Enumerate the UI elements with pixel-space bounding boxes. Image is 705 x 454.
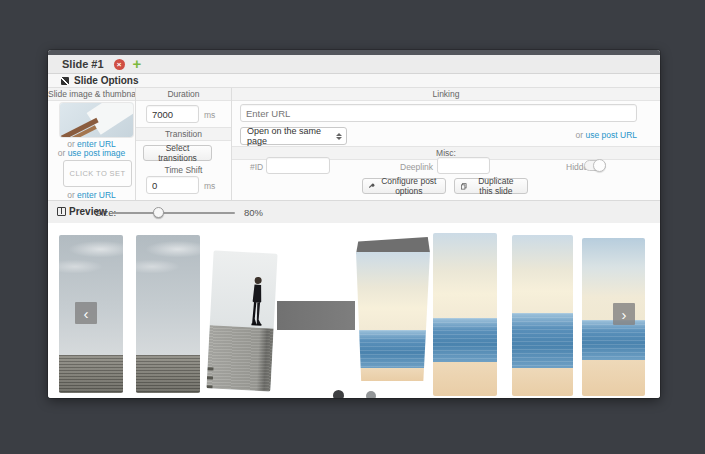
duration-input[interactable] <box>146 105 199 123</box>
slide-options-form: Slide image & thumbnail or enter URL or … <box>48 88 660 200</box>
time-shift-input[interactable] <box>146 176 199 194</box>
slides-tab-bar: Slide #1 × + <box>48 55 660 74</box>
slide-editor-panel: Slide #1 × + Slide Options Slide image &… <box>48 50 660 398</box>
id-input[interactable] <box>266 157 330 174</box>
link-target-select[interactable]: Open on the same page <box>240 127 347 145</box>
transition-header: Transition <box>136 127 231 141</box>
time-shift-label: Time Shift <box>136 165 231 175</box>
select-stepper-icon <box>331 133 342 140</box>
slice-4-sea <box>356 330 430 368</box>
slice-5-sand <box>433 362 497 396</box>
or-text: or <box>67 190 75 200</box>
time-shift-unit: ms <box>204 181 215 191</box>
slice-5-sea <box>433 318 497 362</box>
preview-toolbar: Preview Size: 80% <box>48 200 660 224</box>
slice-7-sand <box>582 360 645 396</box>
image-column-header: Slide image & thumbnail <box>48 88 135 101</box>
configure-post-options-button[interactable]: Configure post options <box>362 178 446 194</box>
slide-options-header: Slide Options <box>48 74 660 88</box>
linking-header: Linking <box>232 88 660 101</box>
use-post-url-link[interactable]: use post URL <box>586 130 638 140</box>
slice-4-sky <box>356 252 430 330</box>
slice-6-sand <box>512 368 573 396</box>
pagination-dot[interactable] <box>366 391 376 398</box>
next-arrow-icon[interactable]: › <box>613 303 635 325</box>
use-post-url-line: or use post URL <box>576 130 637 140</box>
duration-unit: ms <box>204 110 215 120</box>
slide-thumbnail[interactable] <box>60 103 133 137</box>
slider-preview: ‹ › <box>48 223 660 398</box>
enter-url-link-2[interactable]: enter URL <box>77 190 116 200</box>
image-column: Slide image & thumbnail or enter URL or … <box>48 88 136 200</box>
preview-slice-6 <box>512 235 573 396</box>
preview-slice-rotating-edge <box>277 301 355 330</box>
slide-options-title: Slide Options <box>74 75 138 86</box>
page-background: { "colors": { "page_bg": "#3b3e44", "pan… <box>0 0 705 454</box>
deeplink-input[interactable] <box>437 157 490 174</box>
deeplink-label: Deeplink <box>400 162 433 172</box>
add-slide-icon[interactable]: + <box>133 59 142 69</box>
duplicate-slide-button[interactable]: Duplicate this slide <box>454 178 528 194</box>
pagination-dot-active[interactable] <box>333 390 344 398</box>
link-target-value: Open on the same page <box>247 126 331 146</box>
slice-6-sea <box>512 313 573 368</box>
preview-size-slider-handle[interactable] <box>153 207 164 218</box>
id-label: #ID <box>250 162 263 172</box>
use-post-image-line: or use post image <box>48 148 135 158</box>
enter-url-line-2: or enter URL <box>48 190 135 200</box>
or-text: or <box>576 130 584 140</box>
preview-icon <box>57 207 66 216</box>
preview-slice-2 <box>136 235 200 393</box>
use-post-image-link[interactable]: use post image <box>68 148 126 158</box>
duplicate-icon <box>461 182 467 191</box>
preview-size-value: 80% <box>244 207 263 218</box>
pushpin-icon <box>369 182 375 191</box>
tab-slide-1[interactable]: Slide #1 <box>62 58 104 70</box>
link-url-input[interactable] <box>240 104 637 122</box>
or-text: or <box>58 148 66 158</box>
slice-1-sea <box>59 355 123 393</box>
click-to-set-box[interactable]: CLICK TO SET <box>63 160 132 187</box>
slice-2-sea <box>136 355 200 393</box>
preview-slice-5 <box>433 233 497 396</box>
concrete-block <box>206 325 273 391</box>
delete-slide-icon[interactable]: × <box>114 59 125 70</box>
slice-5-sky <box>433 233 497 318</box>
configure-post-options-label: Configure post options <box>379 176 439 196</box>
select-transitions-button[interactable]: Select transitions <box>143 145 212 161</box>
linking-column: Linking Open on the same page or use pos… <box>232 88 660 200</box>
duplicate-slide-label: Duplicate this slide <box>471 176 521 196</box>
preview-slice-4-top-face <box>356 237 430 254</box>
prev-arrow-icon[interactable]: ‹ <box>75 302 97 324</box>
hidden-toggle[interactable] <box>584 160 606 171</box>
duration-column: Duration ms Transition Select transition… <box>136 88 232 200</box>
hidden-toggle-knob <box>593 159 606 172</box>
select-transitions-label: Select transitions <box>150 143 205 163</box>
businessman-figure <box>246 275 267 328</box>
preview-slice-3-rotating <box>206 250 277 391</box>
slide-options-icon <box>61 77 69 85</box>
preview-slice-4 <box>356 252 430 381</box>
slice-6-sky <box>512 235 573 313</box>
slice-7-sea <box>582 320 645 360</box>
preview-size-slider[interactable] <box>112 212 235 214</box>
concrete-block-steps <box>207 367 213 370</box>
duration-header: Duration <box>136 88 231 101</box>
slice-4-sand <box>356 368 430 381</box>
